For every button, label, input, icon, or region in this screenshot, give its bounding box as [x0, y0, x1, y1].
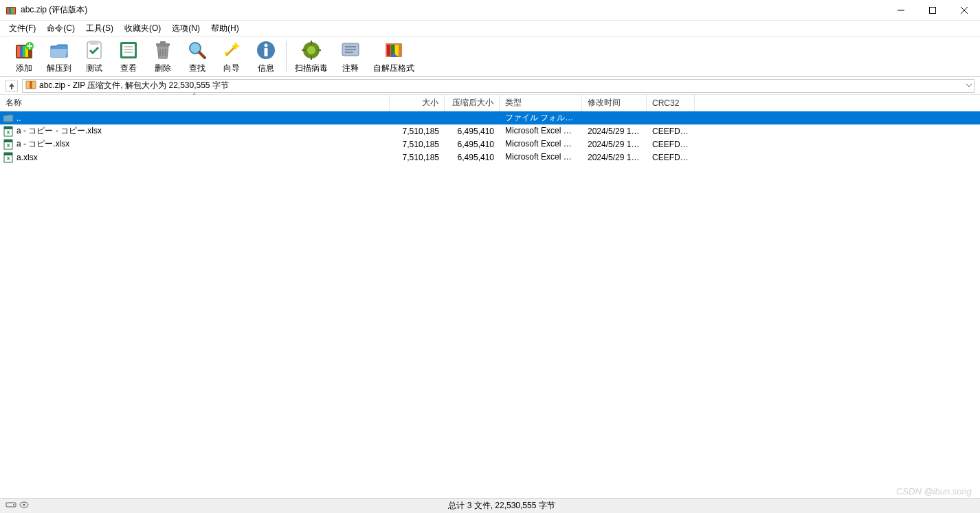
sfx-icon — [383, 39, 405, 61]
file-packed: 6,495,410 — [445, 153, 500, 162]
winrar-icon — [5, 5, 16, 16]
delete-button[interactable]: 删除 — [146, 38, 180, 76]
menu-tools[interactable]: 工具(S) — [81, 21, 118, 36]
close-button[interactable] — [948, 0, 980, 20]
virus-label: 扫描病毒 — [295, 63, 328, 74]
test-button[interactable]: 测试 — [77, 38, 111, 76]
file-row[interactable]: Xa - コピー - コピー.xlsx7,510,1856,495,410Mic… — [0, 124, 980, 138]
xlsx-icon: X — [3, 152, 14, 163]
svg-rect-47 — [387, 45, 390, 56]
wizard-button[interactable]: 向导 — [214, 38, 249, 76]
wizard-icon — [221, 39, 243, 61]
location-text: abc.zip - ZIP 压缩文件, 解包大小为 22,530,555 字节 — [39, 80, 229, 91]
svg-rect-25 — [160, 41, 166, 44]
file-size: 7,510,185 — [390, 153, 445, 162]
disk-icon — [5, 501, 16, 511]
view-button[interactable]: 查看 — [111, 38, 146, 76]
svg-rect-3 — [11, 8, 13, 14]
column-crc[interactable]: CRC32 — [647, 95, 695, 111]
svg-rect-1 — [7, 8, 9, 14]
sfx-label: 自解压格式 — [373, 63, 414, 74]
svg-rect-56 — [4, 140, 12, 142]
svg-rect-11 — [20, 46, 23, 57]
xlsx-icon: X — [3, 126, 14, 137]
svg-text:X: X — [7, 130, 10, 135]
file-row[interactable]: Xa.xlsx7,510,1856,495,410Microsoft Excel… — [0, 151, 980, 164]
svg-rect-53 — [4, 127, 12, 129]
toolbar: 添加 解压到 测试 查看 删除 查找 向导 信息 扫描病毒 注释 自解压格式 — [0, 36, 980, 77]
virus-button[interactable]: 扫描病毒 — [289, 38, 333, 76]
up-button[interactable] — [5, 80, 18, 92]
window-controls — [885, 0, 980, 20]
location-dropdown-icon[interactable] — [966, 81, 972, 91]
file-modified: 2024/5/29 18:47 — [582, 127, 647, 136]
virus-icon — [300, 39, 322, 61]
file-size: 7,510,185 — [390, 127, 445, 136]
column-size[interactable]: 大小 — [390, 95, 445, 111]
svg-point-34 — [265, 43, 268, 47]
file-name: a - コピー.xlsx — [16, 138, 69, 150]
menu-options[interactable]: 选项(N) — [167, 21, 205, 36]
column-packed[interactable]: 压缩后大小 — [445, 95, 500, 111]
svg-rect-35 — [265, 48, 268, 56]
column-name[interactable]: 名称 — [0, 95, 390, 111]
column-type[interactable]: 类型 — [500, 95, 582, 111]
add-button[interactable]: 添加 — [7, 38, 41, 76]
menu-help[interactable]: 帮助(H) — [206, 21, 244, 36]
svg-rect-2 — [9, 8, 11, 14]
menu-commands[interactable]: 命令(C) — [42, 21, 80, 36]
find-icon — [186, 39, 208, 61]
sfx-button[interactable]: 自解压格式 — [368, 38, 420, 76]
svg-rect-18 — [90, 41, 98, 45]
maximize-button[interactable] — [917, 0, 948, 20]
file-type: Microsoft Excel ワ... — [500, 151, 582, 163]
extract-icon — [48, 39, 70, 61]
file-row[interactable]: ..ファイル フォルダー — [0, 111, 980, 124]
svg-rect-6 — [930, 7, 936, 13]
location-field[interactable]: abc.zip - ZIP 压缩文件, 解包大小为 22,530,555 字节 — [22, 79, 975, 93]
folder-icon — [3, 113, 14, 124]
status-icons — [5, 501, 29, 511]
menu-favorites[interactable]: 收藏夹(O) — [120, 21, 166, 36]
extract-button[interactable]: 解压到 — [41, 38, 77, 76]
add-label: 添加 — [16, 63, 32, 74]
file-crc: CEEFD034 — [647, 153, 695, 162]
test-label: 测试 — [86, 63, 102, 74]
file-list[interactable]: ..ファイル フォルダーXa - コピー - コピー.xlsx7,510,185… — [0, 111, 980, 498]
svg-line-30 — [199, 52, 205, 58]
svg-text:X: X — [7, 143, 10, 148]
svg-rect-20 — [122, 44, 135, 56]
svg-text:X: X — [7, 156, 10, 161]
file-packed: 6,495,410 — [445, 127, 500, 136]
file-type: Microsoft Excel ワ... — [500, 138, 582, 150]
file-modified: 2024/5/29 18:47 — [582, 140, 647, 149]
file-crc: CEEFD034 — [647, 140, 695, 149]
watermark: CSDN @ibun.song — [896, 486, 972, 496]
file-row[interactable]: Xa - コピー.xlsx7,510,1856,495,410Microsoft… — [0, 138, 980, 151]
svg-point-64 — [23, 504, 25, 506]
info-button[interactable]: 信息 — [249, 38, 283, 76]
toolbar-separator — [286, 41, 287, 72]
svg-point-32 — [225, 52, 227, 54]
comment-button[interactable]: 注释 — [333, 38, 368, 76]
location-bar: abc.zip - ZIP 压缩文件, 解包大小为 22,530,555 字节 — [0, 77, 980, 95]
status-text: 总计 3 文件, 22,530,555 字节 — [29, 500, 975, 512]
lock-icon — [19, 501, 29, 511]
svg-rect-59 — [4, 153, 12, 155]
find-label: 查找 — [189, 63, 205, 74]
extract-label: 解压到 — [47, 63, 71, 74]
svg-rect-10 — [17, 46, 20, 57]
titlebar: abc.zip (评估版本) — [0, 0, 980, 21]
comment-label: 注释 — [342, 63, 359, 74]
file-type: ファイル フォルダー — [500, 112, 582, 124]
menu-file[interactable]: 文件(F) — [4, 21, 41, 36]
svg-rect-51 — [30, 81, 32, 89]
find-button[interactable]: 查找 — [180, 38, 214, 76]
view-label: 查看 — [120, 63, 137, 74]
minimize-button[interactable] — [885, 0, 917, 20]
menubar: 文件(F) 命令(C) 工具(S) 收藏夹(O) 选项(N) 帮助(H) — [0, 21, 980, 36]
column-modified[interactable]: 修改时间 — [582, 95, 647, 111]
view-icon — [118, 39, 140, 61]
delete-icon — [152, 39, 174, 61]
info-icon — [255, 39, 277, 61]
